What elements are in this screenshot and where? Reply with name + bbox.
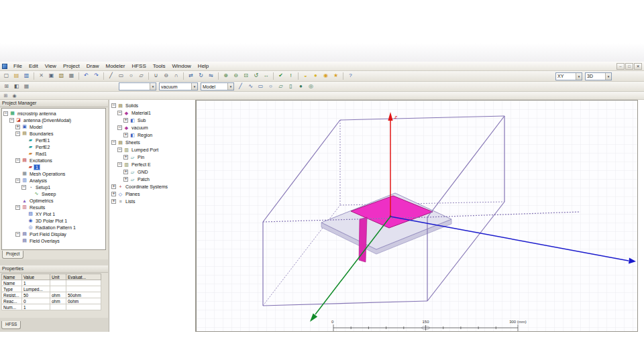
tree-item[interactable]: +▱Patch bbox=[110, 176, 195, 183]
menu-modeler[interactable]: Modeler bbox=[102, 62, 128, 70]
collapse-icon[interactable]: − bbox=[9, 118, 14, 123]
expand-icon[interactable]: + bbox=[123, 155, 128, 160]
draw-line-icon[interactable]: ╱ bbox=[107, 72, 115, 80]
tree-item[interactable]: −▦microstrip antenna bbox=[2, 110, 105, 117]
expand-icon[interactable]: + bbox=[123, 170, 128, 174]
expand-icon[interactable]: + bbox=[15, 125, 20, 129]
tree-item[interactable]: −▥Perfect E bbox=[110, 161, 195, 168]
menu-help[interactable]: Help bbox=[195, 62, 212, 70]
tree-item[interactable]: ▰Rad1 bbox=[2, 150, 105, 157]
tree-item[interactable]: ▲Optimetrics bbox=[2, 197, 105, 204]
tree-item[interactable]: ▦Mesh Operations bbox=[2, 170, 105, 177]
box-tool-icon[interactable]: ▱ bbox=[276, 82, 285, 91]
collapse-icon[interactable]: − bbox=[21, 185, 26, 190]
snap-center-icon[interactable]: ◉ bbox=[11, 93, 18, 99]
boolean-intersect-icon[interactable]: ∩ bbox=[172, 72, 180, 80]
tree-item[interactable]: +◧Sub bbox=[110, 117, 195, 124]
tree-item[interactable]: ◎Radiation Pattern 1 bbox=[2, 224, 105, 231]
tree-item[interactable]: −▥Results bbox=[2, 204, 105, 210]
properties-column-header[interactable]: Unit bbox=[50, 274, 66, 280]
chevron-down-icon[interactable]: ▾ bbox=[191, 83, 197, 90]
menu-draw[interactable]: Draw bbox=[83, 62, 103, 70]
collapse-icon[interactable]: − bbox=[117, 111, 122, 115]
section-view-icon[interactable]: ◧ bbox=[12, 82, 21, 91]
restore-icon[interactable]: □ bbox=[625, 63, 633, 70]
collapse-icon[interactable]: − bbox=[15, 131, 20, 136]
redo-icon[interactable]: ↷ bbox=[92, 72, 101, 80]
tree-item[interactable]: ++Coordinate Systems bbox=[110, 183, 195, 190]
paste-icon[interactable]: ▧ bbox=[57, 72, 66, 80]
tree-item[interactable]: +▱Pin bbox=[110, 154, 195, 161]
tree-item[interactable]: ◉3D Polar Plot 1 bbox=[2, 217, 105, 224]
model-combobox[interactable]: Model ▾ bbox=[201, 82, 234, 90]
chevron-down-icon[interactable]: ▾ bbox=[150, 83, 156, 90]
hfss-tab[interactable]: HFSS bbox=[1, 321, 21, 329]
properties-column-header[interactable]: Evaluat... bbox=[66, 274, 101, 280]
optimetrics-results-icon[interactable]: ★ bbox=[331, 72, 340, 80]
mirror-icon[interactable]: ⇋ bbox=[207, 72, 215, 80]
tree-item[interactable]: −◆Material1 bbox=[110, 109, 195, 117]
tree-item[interactable]: ▤Field Overlays bbox=[2, 237, 105, 244]
collapse-icon[interactable]: − bbox=[15, 205, 20, 210]
menu-tools[interactable]: Tools bbox=[150, 62, 169, 70]
close-icon[interactable]: ✕ bbox=[634, 63, 642, 70]
ellipse-tool-icon[interactable]: ○ bbox=[266, 82, 275, 91]
expand-icon[interactable]: + bbox=[123, 118, 128, 123]
grid-visibility-icon[interactable]: ⊞ bbox=[2, 82, 11, 91]
modeler-canvas[interactable]: z bbox=[197, 101, 637, 331]
move-icon[interactable]: ⇄ bbox=[186, 72, 195, 80]
tree-item[interactable]: −▥Analysis bbox=[2, 177, 105, 184]
tree-item[interactable]: −◪antenna (DrivenModal) bbox=[2, 117, 105, 123]
collapse-icon[interactable]: − bbox=[111, 103, 116, 108]
measure-icon[interactable]: ▦ bbox=[22, 82, 31, 91]
viewport[interactable]: z bbox=[196, 100, 638, 332]
collapse-icon[interactable]: − bbox=[117, 147, 122, 152]
validate-icon[interactable]: ✔ bbox=[276, 72, 285, 80]
expand-icon[interactable]: + bbox=[123, 177, 128, 182]
menu-view[interactable]: View bbox=[42, 62, 60, 70]
draw-circle-icon[interactable]: ○ bbox=[127, 72, 136, 80]
tree-item[interactable]: +◇Planes bbox=[110, 190, 195, 198]
draw-rectangle-icon[interactable]: ▭ bbox=[117, 72, 125, 80]
properties-row[interactable]: Num...1 bbox=[2, 304, 101, 310]
tree-item[interactable]: −▥Lumped Port bbox=[110, 146, 195, 154]
expand-icon[interactable]: + bbox=[111, 192, 116, 196]
fit-all-icon[interactable]: ⊡ bbox=[241, 72, 250, 80]
boolean-subtract-icon[interactable]: ⊖ bbox=[162, 72, 170, 80]
cylinder-tool-icon[interactable]: ▯ bbox=[286, 82, 295, 91]
collapse-icon[interactable]: − bbox=[117, 162, 122, 167]
pan-view-icon[interactable]: ↔ bbox=[262, 72, 270, 80]
project-tab[interactable]: Project bbox=[2, 251, 23, 259]
sphere-tool-icon[interactable]: ● bbox=[297, 82, 305, 91]
spline-tool-icon[interactable]: ∿ bbox=[246, 82, 255, 91]
tree-item[interactable]: ▧XY Plot 1 bbox=[2, 210, 105, 217]
tree-item[interactable]: −▤Sheets bbox=[110, 139, 195, 146]
print-icon[interactable]: ▦ bbox=[67, 72, 76, 80]
chevron-down-icon[interactable]: ▾ bbox=[605, 73, 611, 80]
rotate-view-icon[interactable]: ↺ bbox=[252, 72, 260, 80]
rectangle-tool-icon[interactable]: ▭ bbox=[256, 82, 265, 91]
chevron-down-icon[interactable]: ▾ bbox=[227, 83, 233, 90]
zoom-in-icon[interactable]: ⊕ bbox=[221, 72, 230, 80]
rotate-object-icon[interactable]: ↻ bbox=[197, 72, 205, 80]
new-file-icon[interactable]: ▢ bbox=[2, 72, 11, 80]
tree-item[interactable]: ▰PerfE2 bbox=[2, 143, 105, 150]
tree-item[interactable]: +▣Model bbox=[2, 123, 105, 130]
tree-item[interactable]: +≡Lists bbox=[110, 198, 195, 205]
expand-icon[interactable]: + bbox=[111, 199, 116, 204]
tree-item[interactable]: −◆vacuum bbox=[110, 124, 195, 131]
menu-project[interactable]: Project bbox=[60, 62, 83, 70]
properties-column-header[interactable]: Name bbox=[2, 274, 22, 280]
help-icon[interactable]: ? bbox=[346, 72, 355, 80]
undo-icon[interactable]: ↶ bbox=[82, 72, 91, 80]
properties-header[interactable]: Properties bbox=[0, 265, 108, 273]
properties-row[interactable]: Resist...50ohm50ohm bbox=[2, 292, 101, 298]
collapse-icon[interactable]: − bbox=[111, 140, 116, 145]
menu-edit[interactable]: Edit bbox=[25, 62, 42, 70]
analyze-all-icon[interactable]: ! bbox=[286, 72, 295, 80]
properties-row[interactable]: Reac...0ohm0ohm bbox=[2, 298, 101, 304]
tree-item[interactable]: +▱GND bbox=[110, 168, 195, 176]
tree-item[interactable]: −◔Setup1 bbox=[2, 184, 105, 190]
properties-row[interactable]: TypeLumped... bbox=[2, 286, 101, 292]
material-combobox[interactable]: vacuum ▾ bbox=[159, 82, 198, 90]
